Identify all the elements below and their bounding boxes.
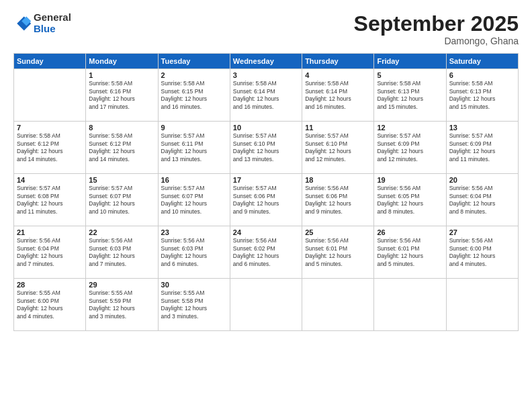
week-row-1: 1Sunrise: 5:58 AM Sunset: 6:16 PM Daylig… — [14, 69, 519, 122]
day-number: 4 — [305, 71, 371, 79]
day-number: 21 — [17, 228, 83, 236]
location: Damongo, Ghana — [354, 36, 519, 46]
day-info: Sunrise: 5:58 AM Sunset: 6:14 PM Dayligh… — [233, 80, 299, 111]
day-info: Sunrise: 5:56 AM Sunset: 6:04 PM Dayligh… — [449, 185, 515, 216]
weekday-header-monday: Monday — [86, 54, 158, 69]
day-number: 15 — [89, 176, 154, 184]
calendar-cell: 18Sunrise: 5:56 AM Sunset: 6:06 PM Dayli… — [302, 174, 374, 226]
calendar-header: SundayMondayTuesdayWednesdayThursdayFrid… — [14, 54, 519, 69]
calendar-cell: 17Sunrise: 5:57 AM Sunset: 6:06 PM Dayli… — [230, 174, 302, 226]
weekday-header-saturday: Saturday — [446, 54, 518, 69]
day-info: Sunrise: 5:57 AM Sunset: 6:11 PM Dayligh… — [161, 132, 227, 163]
week-row-3: 14Sunrise: 5:57 AM Sunset: 6:08 PM Dayli… — [14, 174, 519, 226]
day-number: 10 — [233, 124, 299, 132]
calendar-cell: 20Sunrise: 5:56 AM Sunset: 6:04 PM Dayli… — [446, 174, 518, 226]
day-info: Sunrise: 5:58 AM Sunset: 6:12 PM Dayligh… — [89, 132, 154, 163]
day-info: Sunrise: 5:57 AM Sunset: 6:09 PM Dayligh… — [377, 132, 443, 163]
day-number: 29 — [89, 281, 154, 289]
calendar-cell: 8Sunrise: 5:58 AM Sunset: 6:12 PM Daylig… — [86, 122, 158, 174]
day-info: Sunrise: 5:56 AM Sunset: 6:04 PM Dayligh… — [17, 237, 83, 268]
day-number: 25 — [305, 228, 371, 236]
calendar-cell: 15Sunrise: 5:57 AM Sunset: 6:07 PM Dayli… — [86, 174, 158, 226]
day-info: Sunrise: 5:56 AM Sunset: 6:00 PM Dayligh… — [449, 237, 515, 268]
calendar-cell — [374, 279, 446, 331]
calendar-cell: 29Sunrise: 5:55 AM Sunset: 5:59 PM Dayli… — [86, 279, 158, 331]
day-info: Sunrise: 5:56 AM Sunset: 6:01 PM Dayligh… — [305, 237, 371, 268]
calendar: SundayMondayTuesdayWednesdayThursdayFrid… — [13, 53, 519, 331]
week-row-2: 7Sunrise: 5:58 AM Sunset: 6:12 PM Daylig… — [14, 122, 519, 174]
day-number: 23 — [161, 228, 227, 236]
calendar-cell: 22Sunrise: 5:56 AM Sunset: 6:03 PM Dayli… — [86, 226, 158, 279]
calendar-cell: 28Sunrise: 5:55 AM Sunset: 6:00 PM Dayli… — [14, 279, 86, 331]
week-row-4: 21Sunrise: 5:56 AM Sunset: 6:04 PM Dayli… — [14, 226, 519, 279]
week-row-5: 28Sunrise: 5:55 AM Sunset: 6:00 PM Dayli… — [14, 279, 519, 331]
calendar-cell: 7Sunrise: 5:58 AM Sunset: 6:12 PM Daylig… — [14, 122, 86, 174]
calendar-cell: 3Sunrise: 5:58 AM Sunset: 6:14 PM Daylig… — [230, 69, 302, 122]
calendar-cell: 13Sunrise: 5:57 AM Sunset: 6:09 PM Dayli… — [446, 122, 518, 174]
calendar-cell — [230, 279, 302, 331]
day-number: 30 — [161, 281, 227, 289]
calendar-cell: 1Sunrise: 5:58 AM Sunset: 6:16 PM Daylig… — [86, 69, 158, 122]
calendar-cell: 10Sunrise: 5:57 AM Sunset: 6:10 PM Dayli… — [230, 122, 302, 174]
day-info: Sunrise: 5:58 AM Sunset: 6:12 PM Dayligh… — [17, 132, 83, 163]
day-info: Sunrise: 5:58 AM Sunset: 6:13 PM Dayligh… — [377, 80, 443, 111]
title-block: September 2025 Damongo, Ghana — [354, 12, 519, 46]
day-info: Sunrise: 5:58 AM Sunset: 6:13 PM Dayligh… — [449, 80, 515, 111]
calendar-cell: 30Sunrise: 5:55 AM Sunset: 5:58 PM Dayli… — [158, 279, 230, 331]
day-number: 18 — [305, 176, 371, 184]
day-info: Sunrise: 5:55 AM Sunset: 5:58 PM Dayligh… — [161, 289, 227, 320]
day-info: Sunrise: 5:56 AM Sunset: 6:02 PM Dayligh… — [233, 237, 299, 268]
day-number: 17 — [233, 176, 299, 184]
day-number: 22 — [89, 228, 154, 236]
day-number: 2 — [161, 71, 227, 79]
calendar-cell: 27Sunrise: 5:56 AM Sunset: 6:00 PM Dayli… — [446, 226, 518, 279]
month-title: September 2025 — [354, 12, 519, 36]
day-number: 8 — [89, 124, 154, 132]
logo-icon — [13, 14, 32, 33]
day-number: 24 — [233, 228, 299, 236]
day-number: 20 — [449, 176, 515, 184]
day-info: Sunrise: 5:58 AM Sunset: 6:16 PM Dayligh… — [89, 80, 154, 111]
day-number: 19 — [377, 176, 443, 184]
day-number: 11 — [305, 124, 371, 132]
logo: General Blue — [13, 12, 71, 34]
day-number: 5 — [377, 71, 443, 79]
calendar-cell: 12Sunrise: 5:57 AM Sunset: 6:09 PM Dayli… — [374, 122, 446, 174]
day-number: 16 — [161, 176, 227, 184]
day-info: Sunrise: 5:57 AM Sunset: 6:08 PM Dayligh… — [17, 185, 83, 216]
weekday-header-thursday: Thursday — [302, 54, 374, 69]
day-number: 6 — [449, 71, 515, 79]
calendar-cell: 5Sunrise: 5:58 AM Sunset: 6:13 PM Daylig… — [374, 69, 446, 122]
calendar-cell: 6Sunrise: 5:58 AM Sunset: 6:13 PM Daylig… — [446, 69, 518, 122]
weekday-header-sunday: Sunday — [14, 54, 86, 69]
calendar-cell: 14Sunrise: 5:57 AM Sunset: 6:08 PM Dayli… — [14, 174, 86, 226]
calendar-cell: 9Sunrise: 5:57 AM Sunset: 6:11 PM Daylig… — [158, 122, 230, 174]
day-info: Sunrise: 5:56 AM Sunset: 6:01 PM Dayligh… — [377, 237, 443, 268]
calendar-cell: 16Sunrise: 5:57 AM Sunset: 6:07 PM Dayli… — [158, 174, 230, 226]
day-number: 26 — [377, 228, 443, 236]
weekday-header-wednesday: Wednesday — [230, 54, 302, 69]
day-info: Sunrise: 5:56 AM Sunset: 6:06 PM Dayligh… — [305, 185, 371, 216]
day-number: 14 — [17, 176, 83, 184]
calendar-cell: 2Sunrise: 5:58 AM Sunset: 6:15 PM Daylig… — [158, 69, 230, 122]
day-number: 12 — [377, 124, 443, 132]
calendar-cell: 11Sunrise: 5:57 AM Sunset: 6:10 PM Dayli… — [302, 122, 374, 174]
day-info: Sunrise: 5:57 AM Sunset: 6:10 PM Dayligh… — [305, 132, 371, 163]
day-number: 9 — [161, 124, 227, 132]
day-number: 3 — [233, 71, 299, 79]
day-info: Sunrise: 5:58 AM Sunset: 6:14 PM Dayligh… — [305, 80, 371, 111]
weekday-header-friday: Friday — [374, 54, 446, 69]
day-number: 13 — [449, 124, 515, 132]
calendar-cell: 23Sunrise: 5:56 AM Sunset: 6:03 PM Dayli… — [158, 226, 230, 279]
calendar-cell — [446, 279, 518, 331]
day-info: Sunrise: 5:57 AM Sunset: 6:09 PM Dayligh… — [449, 132, 515, 163]
calendar-cell: 21Sunrise: 5:56 AM Sunset: 6:04 PM Dayli… — [14, 226, 86, 279]
day-number: 1 — [89, 71, 154, 79]
day-info: Sunrise: 5:58 AM Sunset: 6:15 PM Dayligh… — [161, 80, 227, 111]
weekday-header-tuesday: Tuesday — [158, 54, 230, 69]
day-info: Sunrise: 5:56 AM Sunset: 6:03 PM Dayligh… — [161, 237, 227, 268]
day-number: 7 — [17, 124, 83, 132]
day-info: Sunrise: 5:55 AM Sunset: 6:00 PM Dayligh… — [17, 289, 83, 320]
calendar-cell — [14, 69, 86, 122]
day-number: 27 — [449, 228, 515, 236]
